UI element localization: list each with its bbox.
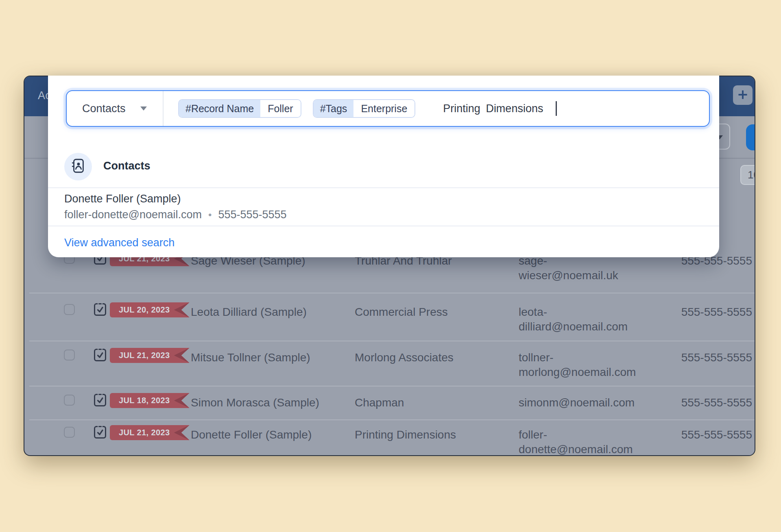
table-rows: JUL 21, 2023 Sage Wieser (Sample) Truhla… [29,224,755,456]
chevron-down-icon [140,106,147,111]
text-cursor [556,101,557,116]
contact-phone: 555-555-5555 [681,305,752,319]
filter-chip-value: Foller [260,100,301,117]
closed-date-label: JUL 21, 2023 [119,351,170,360]
module-selector[interactable]: Contacts [67,91,163,126]
contact-email: simonm@noemail.com [519,395,641,410]
filter-chip-record-name[interactable]: #Record Name Foller [178,99,301,118]
closed-date-ribbon: JUL 21, 2023 [110,348,190,363]
closed-date-label: JUL 18, 2023 [119,396,170,405]
view-advanced-search-link[interactable]: View advanced search [64,237,175,249]
contacts-book-icon [70,157,87,176]
table-row: JUL 20, 2023 Leota Dilliard (Sample) Com… [29,293,755,341]
account-name-link[interactable]: Commercial Press [355,305,517,319]
primary-action-button[interactable] [746,124,755,150]
closed-date-ribbon: JUL 21, 2023 [110,425,190,440]
search-result-phone: 555-555-5555 [218,208,286,221]
search-query-text[interactable]: Printing Dimensions [443,102,543,115]
closed-date-ribbon: JUL 20, 2023 [110,302,190,317]
contact-phone: 555-555-5555 [681,395,752,410]
contact-phone: 555-555-5555 [681,350,752,365]
add-record-button[interactable] [733,85,753,105]
table-row: JUL 21, 2023 Donette Foller (Sample) Pri… [29,419,755,456]
results-section-title: Contacts [103,160,151,172]
page: { "window": { "header": { "clipped_text"… [0,0,781,532]
clipboard-check-icon[interactable] [94,424,107,441]
plus-icon [737,89,748,102]
contact-name-link[interactable]: Leota Dilliard (Sample) [191,305,353,319]
search-result-details: foller-donette@noemail.com • 555-555-555… [64,208,287,221]
contact-email: leota-dilliard@noemail.com [519,305,641,334]
filter-chip-tags[interactable]: #Tags Enterprise [313,99,416,118]
account-name-link[interactable]: Morlong Associates [355,350,517,365]
closed-date-label: JUL 20, 2023 [119,305,170,315]
contact-phone: 555-555-5555 [681,428,752,442]
filter-chip-field: #Record Name [179,100,260,117]
global-search-panel: Contacts #Record Name Foller #Tags Enter… [48,76,719,257]
contact-email: foller-donette@noemail.com [519,428,641,456]
module-selector-label: Contacts [82,102,126,115]
table-row: JUL 21, 2023 Mitsue Tollner (Sample) Mor… [29,341,755,386]
search-filter-chips: #Record Name Foller #Tags Enterprise Pri… [164,99,557,118]
clipboard-check-icon[interactable] [94,347,107,364]
bullet-separator: • [208,209,212,221]
row-checkbox[interactable] [64,395,75,406]
filter-chip-value: Enterprise [353,100,414,117]
contact-email: sage-wieser@noemail.uk [519,254,641,283]
contact-name-link[interactable]: Mitsue Tollner (Sample) [191,350,353,365]
row-checkbox[interactable] [64,350,75,360]
filter-chip-field: #Tags [314,100,354,117]
row-checkbox[interactable] [64,427,75,438]
clipboard-check-icon[interactable] [94,392,107,409]
divider [48,187,719,188]
closed-date-ribbon: JUL 18, 2023 [110,393,190,408]
clipboard-check-icon[interactable] [94,302,107,319]
global-search-bar[interactable]: Contacts #Record Name Foller #Tags Enter… [66,90,710,127]
contacts-module-badge [64,153,92,180]
closed-date-label: JUL 21, 2023 [119,428,170,437]
search-result-name[interactable]: Donette Foller (Sample) [64,193,181,205]
page-size-value: 10 [748,169,755,181]
account-name-link[interactable]: Chapman [355,395,517,410]
contact-name-link[interactable]: Donette Foller (Sample) [191,428,353,442]
contact-name-link[interactable]: Simon Morasca (Sample) [191,395,353,410]
search-result-email: foller-donette@noemail.com [64,208,202,221]
page-size-selector[interactable]: 10 [740,165,755,185]
row-checkbox[interactable] [64,304,75,315]
divider [48,226,719,226]
table-row: JUL 18, 2023 Simon Morasca (Sample) Chap… [29,386,755,419]
contact-email: tollner-morlong@noemail.com [519,350,641,380]
account-name-link[interactable]: Printing Dimensions [355,428,517,442]
